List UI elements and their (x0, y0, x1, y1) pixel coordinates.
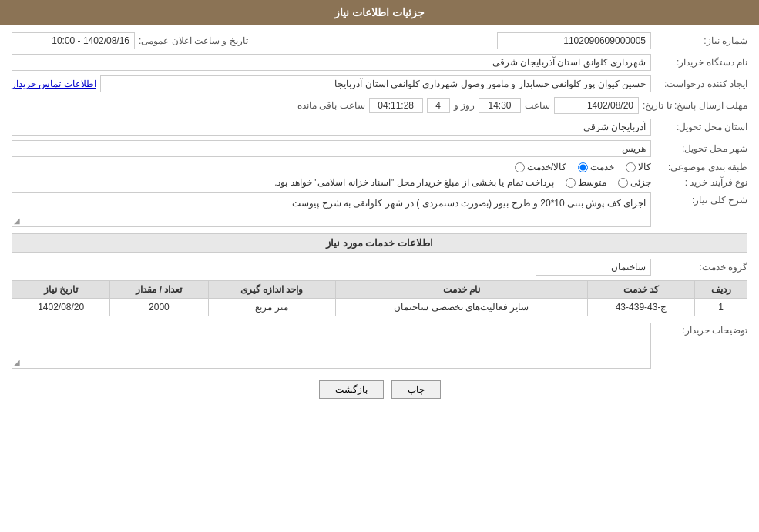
city-field: هریس (12, 140, 651, 157)
city-row: شهر محل تحویل: هریس (12, 140, 747, 157)
province-label: استان محل تحویل: (655, 122, 747, 132)
category-goods-option[interactable]: کالا (626, 162, 651, 172)
buttons-row: چاپ بازگشت (12, 380, 747, 399)
buyer-notes-field: ◢ (12, 323, 651, 369)
service-group-row: گروه خدمت: ساختمان (12, 259, 747, 276)
category-service-radio[interactable] (578, 162, 588, 172)
category-label: طبقه بندی موضوعی: (655, 162, 747, 172)
table-cell-unit: متر مربع (208, 299, 335, 316)
resize-handle: ◢ (14, 216, 20, 225)
print-button[interactable]: چاپ (391, 380, 441, 399)
process-radio-group: متوسط جزئی (566, 177, 651, 188)
need-number-row: شماره نیاز: 1102090609000005 تاریخ و ساع… (12, 32, 747, 49)
deadline-days-field: 4 (427, 98, 450, 113)
buyer-notes-resize: ◢ (14, 358, 20, 366)
creator-label: ایجاد کننده درخواست: (655, 79, 747, 89)
province-row: استان محل تحویل: آذربایجان شرقی (12, 119, 747, 136)
category-service-option[interactable]: خدمت (578, 162, 614, 172)
process-partial-option[interactable]: جزئی (618, 177, 651, 188)
process-medium-option[interactable]: متوسط (566, 177, 606, 188)
process-medium-label: متوسط (578, 177, 606, 188)
category-service-label: خدمت (590, 162, 614, 172)
col-header-unit: واحد اندازه گیری (208, 281, 335, 299)
deadline-time-label: ساعت (525, 100, 550, 111)
col-header-row: ردیف (695, 281, 747, 299)
buyer-org-row: نام دستگاه خریدار: شهرداری کلوانق استان … (12, 54, 747, 71)
creator-row: ایجاد کننده درخواست: حسین کیوان پور کلوا… (12, 75, 747, 92)
table-cell-row: 1 (695, 299, 747, 316)
table-cell-code: ج-43-439-43 (588, 299, 695, 316)
deadline-days-label: روز و (454, 100, 475, 111)
category-row: طبقه بندی موضوعی: کالا/خدمت خدمت کالا (12, 162, 747, 172)
table-cell-quantity: 2000 (110, 299, 208, 316)
page-header: جزئیات اطلاعات نیاز (0, 0, 759, 25)
need-summary-field: اجرای کف پوش بتنی 10*20 و طرح بیور (بصور… (12, 192, 651, 227)
creator-field: حسین کیوان پور کلوانقی حسابدار و مامور و… (100, 75, 651, 92)
city-label: شهر محل تحویل: (655, 143, 747, 154)
services-table: ردیف کد خدمت نام خدمت واحد اندازه گیری ت… (12, 280, 747, 316)
deadline-label: مهلت ارسال پاسخ: تا تاریخ: (643, 100, 747, 111)
process-partial-radio[interactable] (618, 178, 628, 188)
buyer-notes-label: توضیحات خریدار: (655, 323, 747, 336)
table-cell-date: 1402/08/20 (12, 299, 110, 316)
back-button[interactable]: بازگشت (319, 380, 384, 399)
category-goods-service-option[interactable]: کالا/خدمت (515, 162, 566, 172)
col-header-name: نام خدمت (335, 281, 588, 299)
col-header-quantity: تعداد / مقدار (110, 281, 208, 299)
process-medium-radio[interactable] (566, 178, 576, 188)
services-section-title: اطلاعات خدمات مورد نیاز (12, 233, 747, 253)
buyer-org-label: نام دستگاه خریدار: (655, 57, 747, 68)
need-summary-row: شرح کلی نیاز: اجرای کف پوش بتنی 10*20 و … (12, 192, 747, 227)
category-goods-service-radio[interactable] (515, 162, 525, 172)
process-label: نوع فرآیند خرید : (655, 177, 747, 188)
category-goods-service-label: کالا/خدمت (527, 162, 566, 172)
buyer-notes-row: توضیحات خریدار: ◢ (12, 323, 747, 369)
deadline-remaining-label: ساعت باقی مانده (297, 100, 365, 111)
deadline-time-field: 14:30 (479, 98, 521, 113)
announce-date-field: 1402/08/16 - 10:00 (12, 32, 135, 49)
table-row: 1ج-43-439-43سایر فعالیت‌های تخصصی ساختما… (12, 299, 747, 316)
deadline-row: مهلت ارسال پاسخ: تا تاریخ: 1402/08/20 سا… (12, 97, 747, 114)
need-number-field: 1102090609000005 (497, 32, 651, 49)
deadline-date-field: 1402/08/20 (554, 97, 639, 114)
creator-contact-link[interactable]: اطلاعات تماس خریدار (12, 79, 96, 89)
need-number-label: شماره نیاز: (655, 35, 747, 46)
col-header-date: تاریخ نیاز (12, 281, 110, 299)
service-group-field: ساختمان (536, 259, 651, 276)
process-row: نوع فرآیند خرید : متوسط جزئی پرداخت تمام… (12, 177, 747, 188)
table-cell-name: سایر فعالیت‌های تخصصی ساختمان (335, 299, 588, 316)
announce-date-label: تاریخ و ساعت اعلان عمومی: (139, 35, 248, 46)
category-goods-label: کالا (638, 162, 651, 172)
page-title: جزئیات اطلاعات نیاز (334, 6, 425, 18)
category-radio-group: کالا/خدمت خدمت کالا (515, 162, 651, 172)
process-note: پرداخت تمام یا بخشی از مبلغ خریدار محل "… (274, 177, 554, 188)
process-partial-label: جزئی (630, 177, 651, 188)
buyer-org-field: شهرداری کلوانق استان آذربایجان شرقی (12, 54, 651, 71)
province-field: آذربایجان شرقی (12, 119, 651, 136)
deadline-remaining-field: 04:11:28 (369, 98, 423, 113)
service-group-label: گروه خدمت: (655, 262, 747, 273)
col-header-code: کد خدمت (588, 281, 695, 299)
need-summary-label: شرح کلی نیاز: (655, 192, 747, 206)
category-goods-radio[interactable] (626, 162, 636, 172)
